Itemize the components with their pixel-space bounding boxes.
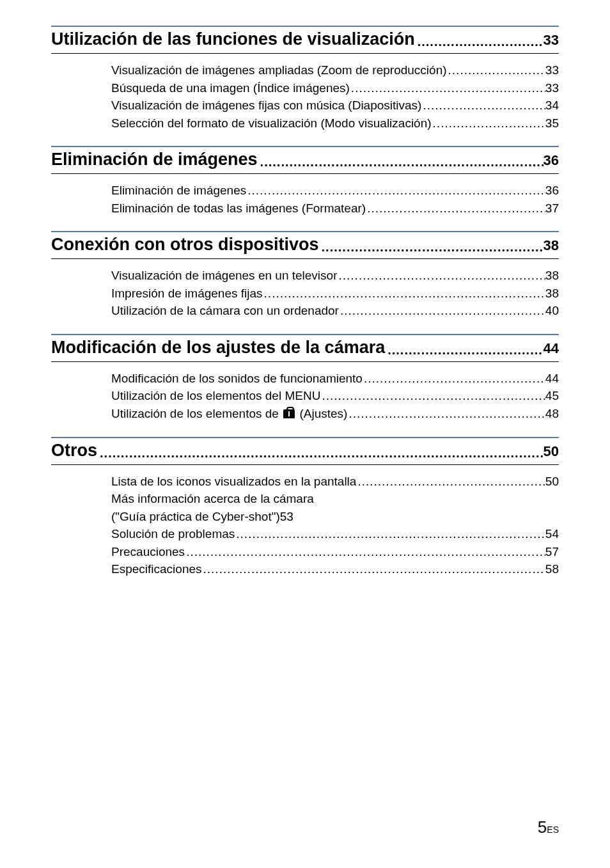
- leader-dots: [235, 525, 545, 543]
- page-number: 5: [538, 817, 547, 837]
- section-header[interactable]: Conexión con otros dispositivos38: [51, 235, 559, 259]
- section-header[interactable]: Eliminación de imágenes36: [51, 150, 559, 174]
- entry-label: Visualización de imágenes ampliadas (Zoo…: [111, 61, 447, 79]
- entry-page-number: 40: [545, 302, 559, 320]
- leader-dots: [385, 343, 543, 358]
- toc-entry[interactable]: Impresión de imágenes fijas38: [111, 285, 559, 303]
- toc-entry[interactable]: Más información acerca de la cámara("Guí…: [111, 490, 559, 525]
- entry-page-number: 54: [545, 525, 559, 543]
- entry-label: Visualización de imágenes en un televiso…: [111, 267, 337, 285]
- entry-page-number: 44: [545, 370, 559, 388]
- leader-dots: [246, 182, 545, 200]
- entry-page-number: 36: [545, 182, 559, 200]
- entry-page-number: 53: [280, 508, 293, 526]
- entry-page-number: 34: [545, 97, 559, 114]
- section-page-number: 44: [544, 340, 559, 357]
- leader-dots: [415, 35, 544, 49]
- toc-entry[interactable]: Visualización de imágenes ampliadas (Zoo…: [111, 61, 559, 79]
- toc-entry[interactable]: Utilización de los elementos del MENU45: [111, 387, 559, 405]
- toc-entry[interactable]: Especificaciones58: [111, 560, 559, 578]
- entry-label-text: (Ajustes): [296, 407, 347, 420]
- entry-label: Lista de los iconos visualizados en la p…: [111, 473, 356, 491]
- entry-label: Modificación de los sonidos de funcionam…: [111, 370, 363, 388]
- entry-page-number: 58: [545, 560, 559, 578]
- entry-list: Lista de los iconos visualizados en la p…: [51, 473, 559, 578]
- toc-section: Eliminación de imágenes36Eliminación de …: [51, 146, 559, 217]
- leader-dots: [447, 61, 545, 79]
- entry-label: Más información acerca de la cámara: [111, 490, 559, 508]
- entry-label-text: Utilización de los elementos de: [111, 407, 282, 420]
- page-footer: 5ES: [538, 817, 559, 837]
- entry-page-number: 38: [545, 285, 559, 303]
- section-title: Conexión con otros dispositivos: [51, 235, 319, 255]
- leader-dots: [337, 267, 545, 285]
- toc-section: Otros50Lista de los iconos visualizados …: [51, 437, 559, 578]
- entry-page-number: 35: [545, 114, 559, 132]
- entry-list: Eliminación de imágenes36Eliminación de …: [51, 182, 559, 217]
- entry-list: Visualización de imágenes ampliadas (Zoo…: [51, 61, 559, 132]
- section-page-number: 38: [544, 237, 559, 254]
- leader-dots: [366, 200, 545, 217]
- leader-dots: [350, 79, 545, 97]
- leader-dots: [202, 560, 545, 578]
- toc-entry[interactable]: Solución de problemas54: [111, 525, 559, 543]
- toc-entry[interactable]: Utilización de la cámara con un ordenado…: [111, 302, 559, 320]
- entry-page-number: 38: [545, 267, 559, 285]
- entry-label: Solución de problemas: [111, 525, 235, 543]
- page-language-suffix: ES: [547, 825, 559, 835]
- leader-dots: [432, 114, 545, 132]
- entry-label: Búsqueda de una imagen (Índice imágenes): [111, 79, 350, 97]
- leader-dots: [347, 405, 545, 423]
- entry-label: Especificaciones: [111, 560, 202, 578]
- entry-page-number: 37: [545, 200, 559, 217]
- settings-icon: [283, 409, 295, 418]
- toc-entry[interactable]: Visualización de imágenes fijas con músi…: [111, 97, 559, 114]
- leader-dots: [319, 240, 544, 255]
- entry-list: Visualización de imágenes en un televiso…: [51, 267, 559, 320]
- leader-dots: [185, 543, 545, 561]
- toc-entry[interactable]: Eliminación de imágenes36: [111, 182, 559, 200]
- entry-page-number: 57: [545, 543, 559, 561]
- leader-dots: [356, 473, 545, 491]
- leader-dots: [339, 302, 545, 320]
- toc-entry[interactable]: Visualización de imágenes en un televiso…: [111, 267, 559, 285]
- entry-label: Impresión de imágenes fijas: [111, 285, 263, 303]
- toc-entry[interactable]: Eliminación de todas las imágenes (Forma…: [111, 200, 559, 217]
- leader-dots: [263, 285, 545, 303]
- leader-dots: [258, 155, 544, 170]
- section-header[interactable]: Otros50: [51, 441, 559, 465]
- toc-section: Utilización de las funciones de visualiz…: [51, 26, 559, 132]
- entry-label: Eliminación de todas las imágenes (Forma…: [111, 200, 366, 217]
- entry-label: Eliminación de imágenes: [111, 182, 246, 200]
- toc-entry[interactable]: Lista de los iconos visualizados en la p…: [111, 473, 559, 491]
- toc-entry[interactable]: Precauciones57: [111, 543, 559, 561]
- entry-label: ("Guía práctica de Cyber-shot"): [111, 508, 280, 526]
- section-page-number: 36: [544, 152, 559, 169]
- toc-entry[interactable]: Modificación de los sonidos de funcionam…: [111, 370, 559, 388]
- entry-page-number: 50: [545, 473, 559, 491]
- entry-label: Utilización de los elementos del MENU: [111, 387, 320, 405]
- entry-label: Utilización de los elementos de (Ajustes…: [111, 405, 347, 423]
- section-title: Modificación de los ajustes de la cámara: [51, 338, 385, 358]
- section-title: Eliminación de imágenes: [51, 150, 258, 170]
- entry-label: Precauciones: [111, 543, 185, 561]
- section-title: Otros: [51, 441, 97, 461]
- entry-page-number: 33: [545, 61, 559, 79]
- entry-label: Utilización de la cámara con un ordenado…: [111, 302, 339, 320]
- toc-section: Conexión con otros dispositivos38Visuali…: [51, 231, 559, 320]
- table-of-contents: Utilización de las funciones de visualiz…: [51, 26, 559, 578]
- toc-entry[interactable]: Utilización de los elementos de (Ajustes…: [111, 405, 559, 423]
- section-header[interactable]: Modificación de los ajustes de la cámara…: [51, 338, 559, 362]
- toc-entry[interactable]: Búsqueda de una imagen (Índice imágenes)…: [111, 79, 559, 97]
- section-header[interactable]: Utilización de las funciones de visualiz…: [51, 29, 559, 54]
- leader-dots: [320, 387, 545, 405]
- toc-entry[interactable]: Selección del formato de visualización (…: [111, 114, 559, 132]
- leader-dots: [97, 446, 544, 461]
- entry-page-number: 45: [545, 387, 559, 405]
- entry-label: Selección del formato de visualización (…: [111, 114, 432, 132]
- entry-page-number: 48: [545, 405, 559, 423]
- section-page-number: 50: [544, 443, 559, 460]
- entry-page-number: 33: [545, 79, 559, 97]
- entry-label: Visualización de imágenes fijas con músi…: [111, 97, 421, 114]
- section-title: Utilización de las funciones de visualiz…: [51, 29, 415, 49]
